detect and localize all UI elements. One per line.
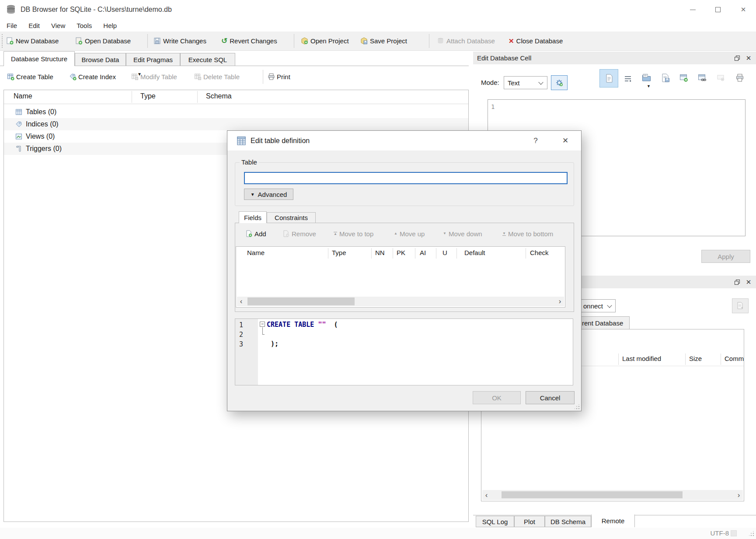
export-to-file-button[interactable]: [658, 71, 672, 85]
maximize-button[interactable]: [705, 0, 731, 19]
dialog-help-button[interactable]: ?: [526, 131, 545, 150]
move-to-top-button[interactable]: ▲ Move to top: [334, 228, 373, 239]
remote-column-separator[interactable]: [685, 354, 686, 365]
fields-table[interactable]: Name Type NN PK AI U Default Check ‹ ›: [236, 246, 565, 308]
tree-column-name[interactable]: Name: [14, 92, 32, 100]
tab-sql-log[interactable]: SQL Log: [476, 516, 514, 527]
tree-column-separator[interactable]: [132, 91, 132, 103]
menu-file[interactable]: File: [1, 22, 23, 29]
auto-apply-button[interactable]: [551, 75, 568, 90]
create-table-button[interactable]: Create Table: [7, 68, 53, 85]
tab-fields[interactable]: Fields: [239, 211, 267, 223]
remote-column-separator[interactable]: [618, 354, 619, 365]
attach-database-button[interactable]: Attach Database: [437, 32, 495, 50]
text-mode-button[interactable]: [599, 69, 618, 88]
print-cell-button[interactable]: [733, 71, 747, 85]
print-button[interactable]: Print: [268, 68, 290, 85]
word-wrap-button[interactable]: [622, 73, 634, 85]
remote-hscrollbar[interactable]: ‹ ›: [482, 490, 743, 500]
scroll-left-icon[interactable]: ‹: [237, 297, 245, 306]
column-separator[interactable]: [436, 248, 436, 259]
column-ai[interactable]: AI: [420, 249, 426, 256]
cancel-button[interactable]: Cancel: [526, 391, 575, 404]
open-project-button[interactable]: Open Project: [301, 32, 349, 50]
open-in-external-button[interactable]: [677, 71, 691, 85]
revert-changes-button[interactable]: ↺ Revert Changes: [221, 32, 277, 50]
column-separator[interactable]: [415, 248, 415, 259]
column-pk[interactable]: PK: [397, 249, 405, 256]
ok-button[interactable]: OK: [473, 391, 521, 404]
modify-table-button[interactable]: Modify Table: [131, 68, 177, 85]
tab-database-structure[interactable]: Database Structure: [3, 51, 75, 66]
panel-close-button[interactable]: ✕: [743, 53, 754, 63]
column-name[interactable]: Name: [247, 249, 265, 256]
fields-hscrollbar[interactable]: ‹ ›: [237, 297, 564, 306]
dialog-close-button[interactable]: ✕: [556, 131, 575, 150]
move-down-button[interactable]: ▼ Move down: [443, 228, 482, 239]
fold-marker-icon[interactable]: −: [260, 322, 265, 327]
create-index-button[interactable]: Create Index: [69, 68, 116, 85]
window-resize-grip[interactable]: [749, 531, 754, 536]
panel-float-button[interactable]: [732, 277, 743, 287]
import-dropdown-icon[interactable]: ▼: [647, 84, 651, 88]
delete-table-button[interactable]: Delete Table: [194, 68, 240, 85]
minimize-button[interactable]: [680, 0, 705, 19]
scrollbar-thumb[interactable]: [502, 491, 683, 498]
copy-link-button[interactable]: [695, 71, 709, 85]
remote-column-last-modified[interactable]: Last modified: [622, 355, 661, 362]
scroll-right-icon[interactable]: ›: [556, 297, 564, 306]
move-up-button[interactable]: ▲ Move up: [394, 228, 425, 239]
mode-combobox[interactable]: Text: [504, 76, 547, 89]
tab-edit-pragmas[interactable]: Edit Pragmas: [126, 53, 180, 66]
column-separator[interactable]: [393, 248, 393, 259]
column-separator[interactable]: [526, 248, 526, 259]
table-name-input[interactable]: [245, 173, 567, 183]
column-type[interactable]: Type: [332, 249, 346, 256]
column-u[interactable]: U: [442, 249, 447, 256]
tab-constraints[interactable]: Constraints: [267, 212, 316, 223]
dialog-title-bar[interactable]: Edit table definition ? ✕: [227, 131, 581, 150]
column-separator[interactable]: [328, 248, 328, 259]
import-from-file-button[interactable]: [640, 71, 654, 85]
column-separator[interactable]: [456, 248, 457, 259]
scroll-right-icon[interactable]: ›: [735, 490, 743, 500]
add-field-button[interactable]: Add: [245, 228, 266, 239]
tab-db-schema[interactable]: DB Schema: [545, 516, 591, 527]
close-button[interactable]: ✕: [731, 0, 756, 19]
write-changes-button[interactable]: Write Changes: [153, 32, 206, 50]
tree-item-indices[interactable]: Indices (0): [4, 118, 468, 130]
remote-column-separator[interactable]: [721, 354, 721, 365]
set-null-button[interactable]: [714, 71, 728, 85]
column-default[interactable]: Default: [464, 249, 485, 256]
dialog-resize-grip[interactable]: [575, 404, 580, 410]
column-check[interactable]: Check: [530, 249, 549, 256]
menu-view[interactable]: View: [45, 22, 71, 29]
tab-browse-data[interactable]: Browse Data: [75, 53, 126, 66]
menu-tools[interactable]: Tools: [71, 22, 98, 29]
tab-remote[interactable]: Remote: [591, 514, 635, 527]
tab-execute-sql[interactable]: Execute SQL: [180, 53, 235, 66]
tree-column-type[interactable]: Type: [140, 92, 156, 100]
close-database-button[interactable]: ✕ Close Database: [509, 32, 563, 50]
open-database-button[interactable]: Open Database: [75, 32, 131, 50]
scroll-left-icon[interactable]: ‹: [482, 490, 491, 500]
tree-column-separator[interactable]: [197, 91, 198, 103]
tree-column-schema[interactable]: Schema: [206, 92, 232, 100]
save-project-button[interactable]: Save Project: [360, 32, 407, 50]
advanced-button[interactable]: ▼ Advanced: [244, 189, 293, 200]
sql-preview[interactable]: 1 2 3 − CREATE TABLE "" ( );: [235, 318, 573, 385]
apply-button[interactable]: Apply: [701, 250, 750, 263]
remote-column-size[interactable]: Size: [689, 355, 702, 362]
column-nn[interactable]: NN: [375, 249, 385, 256]
new-database-button[interactable]: New Database: [6, 32, 59, 50]
move-to-bottom-button[interactable]: ▼ Move to bottom: [502, 228, 553, 239]
remote-column-commit[interactable]: Comm: [725, 355, 744, 362]
remote-push-button[interactable]: [732, 298, 749, 313]
menu-help[interactable]: Help: [98, 22, 122, 29]
tree-item-tables[interactable]: Tables (0): [4, 106, 468, 118]
remove-field-button[interactable]: Remove: [282, 228, 316, 239]
column-separator[interactable]: [371, 248, 372, 259]
tab-plot[interactable]: Plot: [514, 516, 545, 527]
panel-float-button[interactable]: [732, 53, 743, 63]
menu-edit[interactable]: Edit: [23, 22, 45, 29]
